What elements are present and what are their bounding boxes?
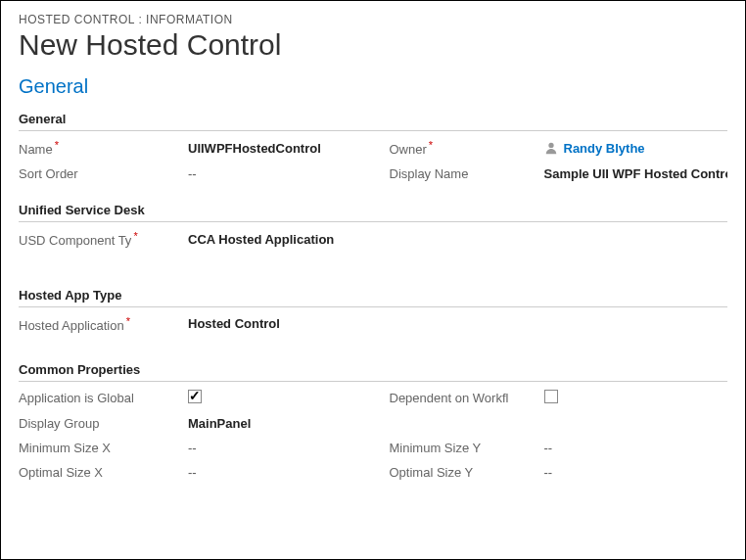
- checkbox-dependent-workflow[interactable]: [544, 390, 558, 403]
- field-dependent-workflow[interactable]: [544, 390, 728, 406]
- field-app-global[interactable]: [188, 390, 372, 406]
- section-common: Common Properties Application is Global …: [19, 362, 727, 480]
- field-opt-size-y[interactable]: --: [544, 465, 728, 480]
- field-owner[interactable]: Randy Blythe: [544, 141, 728, 156]
- required-icon: *: [126, 315, 130, 327]
- section-header-general: General: [19, 112, 727, 131]
- label-opt-size-x: Optimal Size X: [19, 465, 170, 480]
- field-display-group[interactable]: MainPanel: [188, 416, 372, 431]
- field-sort-order[interactable]: --: [188, 166, 372, 181]
- checkbox-app-global[interactable]: [188, 390, 202, 403]
- required-icon: *: [429, 139, 433, 151]
- label-name: Name*: [19, 139, 170, 157]
- field-hosted-application[interactable]: Hosted Control: [188, 316, 727, 331]
- field-display-name[interactable]: Sample UII WPF Hosted Control: [544, 166, 728, 181]
- required-icon: *: [55, 139, 59, 151]
- field-name[interactable]: UIIWPFHostedControl: [188, 141, 372, 156]
- breadcrumb: HOSTED CONTROL : INFORMATION: [19, 13, 727, 26]
- label-app-global: Application is Global: [19, 391, 170, 405]
- label-sort-order: Sort Order: [19, 166, 170, 181]
- section-header-hosted-app: Hosted App Type: [19, 288, 727, 307]
- tab-general[interactable]: General: [19, 75, 727, 98]
- label-opt-size-y: Optimal Size Y: [390, 465, 527, 480]
- page-title: New Hosted Control: [19, 28, 727, 62]
- section-hosted-app: Hosted App Type Hosted Application* Host…: [19, 288, 727, 333]
- section-general: General Name* UIIWPFHostedControl Owner*…: [19, 112, 727, 181]
- label-min-size-y: Minimum Size Y: [390, 441, 527, 455]
- section-header-common: Common Properties: [19, 362, 727, 382]
- section-header-usd: Unified Service Desk: [19, 203, 727, 222]
- section-usd: Unified Service Desk USD Component Ty* C…: [19, 203, 727, 248]
- field-opt-size-x[interactable]: --: [188, 465, 372, 480]
- field-min-size-x[interactable]: --: [188, 441, 372, 455]
- label-display-group: Display Group: [19, 416, 170, 431]
- label-owner: Owner*: [390, 139, 527, 157]
- label-hosted-application: Hosted Application*: [19, 315, 170, 333]
- label-display-name: Display Name: [390, 166, 527, 181]
- label-min-size-x: Minimum Size X: [19, 441, 170, 455]
- label-usd-component: USD Component Ty*: [19, 230, 170, 248]
- field-min-size-y[interactable]: --: [544, 441, 728, 455]
- owner-link[interactable]: Randy Blythe: [564, 141, 645, 156]
- required-icon: *: [133, 230, 137, 242]
- label-dependent-workflow: Dependent on Workfl: [390, 391, 527, 405]
- user-icon: [544, 141, 558, 155]
- field-usd-component[interactable]: CCA Hosted Application: [188, 232, 727, 247]
- svg-point-0: [548, 143, 553, 148]
